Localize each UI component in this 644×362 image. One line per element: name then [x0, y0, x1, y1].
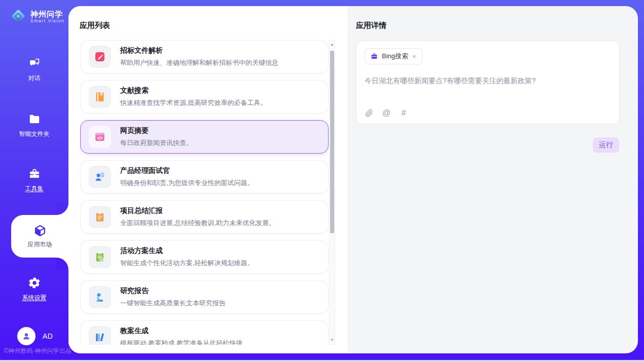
toolbox-icon — [28, 167, 41, 180]
app-description: 帮助用户快速、准确地理解和解析招标书中的关键信息 — [120, 58, 278, 67]
scroll-up-arrow-icon[interactable]: ▲ — [330, 41, 335, 48]
app-list: 招标文件解析 帮助用户快速、准确地理解和解析招标书中的关键信息 文献搜索 快速精… — [80, 40, 329, 345]
app-list-title: 应用列表 — [80, 21, 110, 30]
app-description: 全面回顾项目进展,总结经验教训,助力未来优化发展。 — [120, 219, 275, 228]
interviewer-icon — [94, 171, 106, 183]
sidebar-item-label: 对话 — [28, 74, 41, 83]
bottom-edge-strip — [0, 360, 644, 362]
folder-icon — [28, 113, 41, 126]
app-description: 智能生成个性化活动方案,轻松解决规划难题。 — [120, 259, 254, 268]
browser-code-icon — [94, 131, 106, 143]
briefcase-icon — [370, 52, 378, 60]
app-list-panel: 应用列表 招标文件解析 帮助用户快速、准确地理解和解析招标书中的关键信息 — [68, 6, 347, 353]
app-description: 明确身份和职责,为您提供专业性的面试问题。 — [120, 178, 254, 188]
books-icon — [94, 331, 106, 343]
sidebar-item-label: 应用市场 — [28, 240, 52, 249]
scroll-down-arrow-icon[interactable]: ▼ — [330, 337, 335, 344]
paperclip-icon[interactable] — [365, 108, 374, 118]
book-icon — [94, 91, 106, 103]
app-description: 每日政府新闻资讯快查。 — [120, 138, 193, 148]
sidebar-item-folder[interactable]: 智能文件夹 — [0, 113, 68, 144]
app-name: 研究报告 — [120, 286, 226, 296]
tool-tag-bing-search[interactable]: Bing搜索 × — [365, 48, 422, 64]
clipboard-check-icon — [94, 251, 106, 263]
tab-notch-bottom — [56, 258, 68, 270]
hash-icon[interactable]: # — [399, 108, 408, 118]
tool-tag-label: Bing搜索 — [382, 52, 408, 61]
scrollbar-thumb[interactable] — [330, 51, 334, 233]
main-panel: 应用列表 招标文件解析 帮助用户快速、准确地理解和解析招标书中的关键信息 — [68, 6, 638, 353]
sidebar-item-label: 系统设置 — [22, 294, 47, 302]
app-name: 网页摘要 — [120, 126, 193, 135]
app-card-clipboard[interactable]: 项目总结汇报 全面回顾项目进展,总结经验教训,助力未来优化发展。 — [80, 200, 329, 234]
app-name: 文献搜索 — [120, 86, 267, 95]
input-toolbar: @ # — [365, 108, 408, 118]
user-initials: AD — [43, 332, 53, 340]
tab-notch-top — [56, 203, 68, 215]
sidebar-item-toolbox[interactable]: 工具集 — [0, 167, 68, 199]
chat-icon — [28, 57, 41, 70]
app-card-browser-code[interactable]: 网页摘要 每日政府新闻资讯快查。 — [80, 120, 329, 154]
sidebar-item-chat[interactable]: 对话 — [0, 57, 68, 88]
app-card-microscope[interactable]: 研究报告 一键智能生成高质量长文本研究报告 — [80, 280, 329, 314]
clipboard-icon — [94, 211, 106, 223]
app-window: 神州问学 Smart Vision 对话 智能文件夹 — [0, 0, 644, 362]
app-name: 产品经理面试官 — [120, 166, 254, 175]
at-icon[interactable]: @ — [382, 108, 391, 118]
app-card-pen-document[interactable]: 招标文件解析 帮助用户快速、准确地理解和解析招标书中的关键信息 — [80, 40, 329, 74]
list-scrollbar[interactable]: ▲ ▼ — [329, 40, 335, 345]
app-card-book[interactable]: 文献搜索 快速精准查找学术资源,提高研究效率的必备工具。 — [80, 80, 329, 114]
sidebar-item-label: 智能文件夹 — [19, 130, 50, 138]
sidebar-item-label: 工具集 — [25, 185, 44, 193]
app-name: 招标文件解析 — [120, 46, 278, 55]
cube-icon — [33, 224, 47, 237]
app-name: 教案生成 — [120, 327, 242, 336]
app-detail-title: 应用详情 — [356, 21, 386, 30]
run-button[interactable]: 运行 — [593, 137, 619, 153]
query-input[interactable]: 今日湖北有哪些新闻要点?有哪些需要关注的最新政策? — [365, 76, 611, 86]
tag-close-icon[interactable]: × — [412, 53, 417, 60]
app-card-clipboard-check[interactable]: 活动方案生成 智能生成个性化活动方案,轻松解决规划难题。 — [80, 240, 329, 274]
sidebar-nav: 对话 智能文件夹 工具集 — [0, 0, 68, 360]
sidebar: 神州问学 Smart Vision 对话 智能文件夹 — [0, 0, 68, 360]
gear-icon — [28, 276, 41, 289]
user-row[interactable]: AD — [17, 327, 53, 345]
app-card-interviewer[interactable]: 产品经理面试官 明确身份和职责,为您提供专业性的面试问题。 — [80, 160, 329, 194]
user-avatar-icon — [17, 327, 35, 345]
app-name: 活动方案生成 — [120, 246, 254, 256]
copyright-footer: ©神州数码·神州问学出品 — [4, 347, 71, 355]
sidebar-item-cube[interactable]: 应用市场 — [11, 215, 68, 258]
microscope-icon — [94, 291, 106, 303]
app-description: 模板驱动,教案秒成,教学准备从此轻松快捷 — [120, 339, 242, 345]
sidebar-item-gear[interactable]: 系统设置 — [0, 276, 68, 308]
app-name: 项目总结汇报 — [120, 206, 275, 215]
app-detail-panel: 应用详情 Bing搜索 × 今日湖北有哪些新闻要点?有哪些需要关注的最新政策? … — [347, 6, 638, 353]
app-card-books[interactable]: 教案生成 模板驱动,教案秒成,教学准备从此轻松快捷 — [80, 320, 329, 345]
app-description: 快速精准查找学术资源,提高研究效率的必备工具。 — [120, 98, 267, 107]
pen-document-icon — [94, 51, 106, 63]
prompt-card: Bing搜索 × 今日湖北有哪些新闻要点?有哪些需要关注的最新政策? @ # — [356, 41, 620, 124]
app-description: 一键智能生成高质量长文本研究报告 — [120, 299, 226, 308]
